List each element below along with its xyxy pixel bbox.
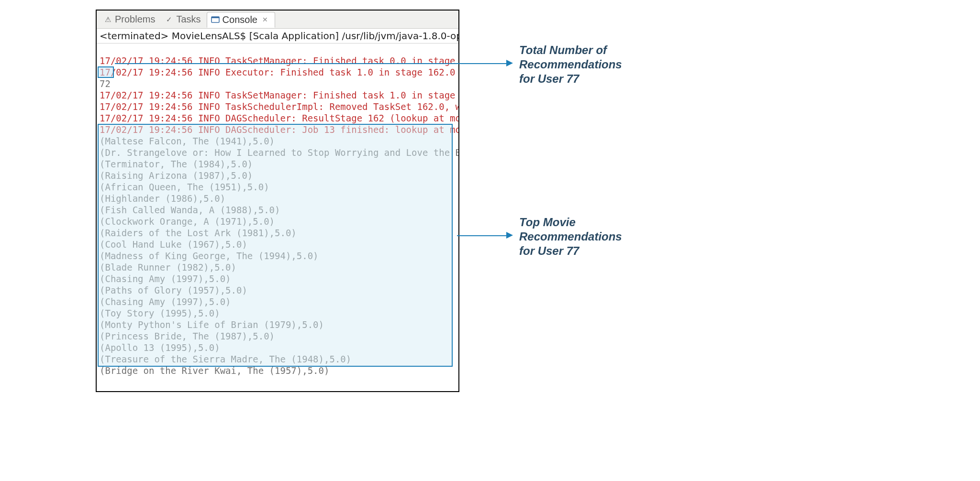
console-subheader: <terminated> MovieLensALS$ [Scala Applic… — [97, 29, 458, 44]
arrow-list — [457, 235, 507, 236]
total-count-output: 72 — [100, 78, 111, 89]
close-icon[interactable]: ✕ — [262, 16, 269, 23]
recommendation-line: (Monty Python's Life of Brian (1979),5.0… — [100, 319, 324, 330]
recommendation-line: (Madness of King George, The (1994),5.0) — [100, 251, 319, 261]
problems-icon: ⚠︎ — [103, 15, 112, 24]
recommendation-line: (Apollo 13 (1995),5.0) — [100, 342, 220, 353]
recommendation-line: (Clockwork Orange, A (1971),5.0) — [100, 216, 275, 227]
recommendation-line: (Paths of Glory (1957),5.0) — [100, 285, 247, 295]
log-line: 17/02/17 19:24:56 INFO TaskSchedulerImpl… — [100, 101, 458, 112]
recommendation-line: (Highlander (1986),5.0) — [100, 193, 225, 204]
tab-label: Tasks — [176, 14, 200, 25]
console-output[interactable]: 17/02/17 19:24:56 INFO TaskSetManager: F… — [97, 44, 458, 392]
tab-label: Problems — [115, 14, 155, 25]
recommendation-line: (Fish Called Wanda, A (1988),5.0) — [100, 205, 280, 215]
arrow-total — [115, 63, 507, 64]
recommendation-line: (Chasing Amy (1997),5.0) — [100, 296, 231, 307]
tab-bar: ⚠︎ Problems ✓ Tasks Console ✕ — [97, 11, 458, 29]
ide-window: ⚠︎ Problems ✓ Tasks Console ✕ <terminate… — [96, 10, 459, 392]
svg-rect-1 — [212, 17, 219, 18]
recommendation-line: (Bridge on the River Kwai, The (1957),5.… — [100, 365, 329, 376]
recommendation-line: (Dr. Strangelove or: How I Learned to St… — [100, 147, 458, 158]
log-line: 17/02/17 19:24:56 INFO TaskSetManager: F… — [100, 55, 458, 66]
recommendation-line: (Terminator, The (1984),5.0) — [100, 159, 253, 169]
recommendation-line: (Treasure of the Sierra Madre, The (1948… — [100, 354, 351, 364]
tasks-icon: ✓ — [165, 15, 173, 24]
tab-label: Console — [223, 14, 257, 25]
console-icon — [211, 15, 220, 24]
tab-problems[interactable]: ⚠︎ Problems — [100, 12, 161, 27]
recommendation-line: (Raiders of the Lost Ark (1981),5.0) — [100, 228, 297, 238]
annotation-list: Top Movie Recommendations for User 77 — [519, 215, 672, 258]
log-line: 17/02/17 19:24:56 INFO DAGScheduler: Res… — [100, 113, 458, 123]
recommendation-line: (Maltese Falcon, The (1941),5.0) — [100, 136, 275, 146]
log-line: 17/02/17 19:24:56 INFO TaskSetManager: F… — [100, 90, 458, 100]
recommendation-line: (African Queen, The (1951),5.0) — [100, 182, 269, 192]
recommendation-line: (Toy Story (1995),5.0) — [100, 308, 220, 318]
arrow-head-icon — [506, 232, 513, 239]
arrow-head-icon — [506, 60, 513, 66]
log-line: 17/02/17 19:24:56 INFO Executor: Finishe… — [100, 67, 458, 77]
recommendation-line: (Chasing Amy (1997),5.0) — [100, 273, 231, 284]
tab-console[interactable]: Console ✕ — [207, 12, 275, 28]
annotation-total: Total Number of Recommendations for User… — [519, 43, 672, 86]
recommendation-line: (Princess Bride, The (1987),5.0) — [100, 331, 275, 341]
log-line: 17/02/17 19:24:56 INFO DAGScheduler: Job… — [100, 124, 458, 135]
recommendation-line: (Blade Runner (1982),5.0) — [100, 262, 236, 273]
recommendation-line: (Raising Arizona (1987),5.0) — [100, 170, 253, 181]
recommendation-line: (Cool Hand Luke (1967),5.0) — [100, 239, 247, 250]
tab-tasks[interactable]: ✓ Tasks — [161, 12, 206, 27]
